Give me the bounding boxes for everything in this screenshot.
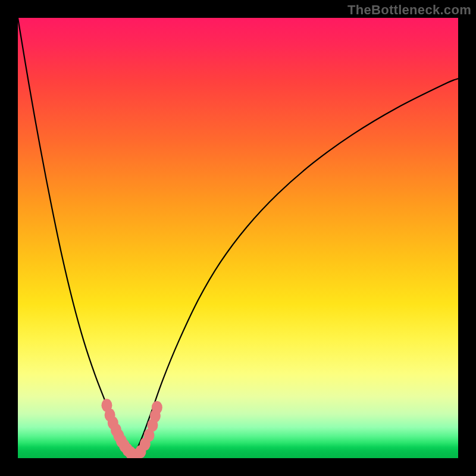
right-branch-line xyxy=(131,79,458,458)
chart-frame: TheBottleneck.com xyxy=(0,0,476,476)
plot-area xyxy=(18,18,458,458)
chart-svg xyxy=(18,18,458,458)
left-branch-line xyxy=(18,18,131,458)
hot-marker xyxy=(152,401,162,414)
hot-markers-group xyxy=(101,399,162,458)
watermark-text: TheBottleneck.com xyxy=(347,2,471,18)
